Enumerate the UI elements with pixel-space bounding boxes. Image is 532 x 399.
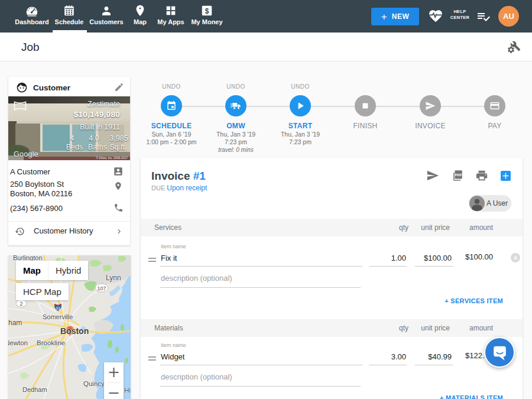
- svg-text:107: 107: [97, 286, 106, 291]
- svg-text:$: $: [205, 7, 209, 15]
- svg-text:93: 93: [56, 306, 60, 310]
- svg-text:PDF: PDF: [455, 173, 462, 177]
- svg-text:2: 2: [20, 301, 22, 307]
